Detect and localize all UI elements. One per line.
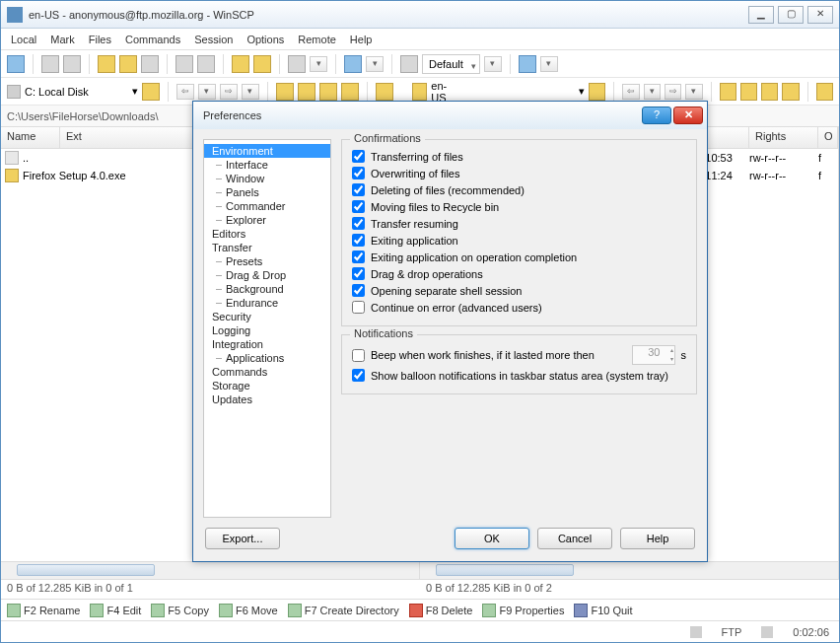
menu-local[interactable]: Local bbox=[11, 34, 36, 45]
menu-help[interactable]: Help bbox=[350, 34, 373, 45]
folder-icon[interactable] bbox=[720, 83, 736, 101]
column-name[interactable]: Name bbox=[1, 127, 60, 148]
toolbar-dropdown[interactable]: ▾ bbox=[310, 56, 327, 72]
toolbar-icon[interactable] bbox=[119, 55, 137, 73]
right-drive-combo[interactable]: en-US ▾ bbox=[412, 80, 585, 104]
checkbox[interactable] bbox=[352, 183, 365, 196]
menu-mark[interactable]: Mark bbox=[50, 34, 74, 45]
toolbar-icon[interactable] bbox=[41, 55, 59, 73]
tree-node-editors[interactable]: Editors bbox=[204, 227, 330, 241]
checkbox-row[interactable]: Exiting application on operation complet… bbox=[352, 249, 686, 265]
toolbar-icon[interactable] bbox=[253, 55, 271, 73]
toolbar-icon[interactable] bbox=[400, 55, 418, 73]
toolbar-icon[interactable] bbox=[197, 55, 215, 73]
checkbox[interactable] bbox=[352, 200, 365, 213]
queue-combo[interactable]: Default bbox=[422, 54, 480, 74]
back-button[interactable]: ⇦ bbox=[622, 84, 639, 100]
checkbox-row[interactable]: Continue on error (advanced users) bbox=[352, 299, 686, 316]
tree-node-transfer[interactable]: Transfer bbox=[204, 241, 330, 254]
export-button[interactable]: Export... bbox=[205, 528, 280, 549]
toolbar-icon[interactable] bbox=[288, 55, 306, 73]
toolbar-icon[interactable] bbox=[98, 55, 115, 73]
toolbar-icon[interactable] bbox=[232, 55, 249, 73]
toolbar-dropdown[interactable]: ▾ bbox=[484, 56, 502, 72]
tree-node-storage[interactable]: Storage bbox=[204, 379, 330, 393]
cancel-button[interactable]: Cancel bbox=[537, 528, 612, 549]
checkbox-row[interactable]: Deleting of files (recommended) bbox=[352, 181, 686, 198]
ok-button[interactable]: OK bbox=[455, 528, 529, 549]
fk-quit[interactable]: F10 Quit bbox=[574, 604, 632, 617]
toolbar-icon[interactable] bbox=[344, 55, 362, 73]
toolbar-icon[interactable] bbox=[175, 55, 193, 73]
find-icon[interactable] bbox=[816, 83, 833, 101]
checkbox[interactable] bbox=[352, 234, 365, 247]
fk-delete[interactable]: F8 Delete bbox=[409, 604, 473, 617]
tree-node-logging[interactable]: Logging bbox=[204, 323, 330, 337]
minimize-button[interactable]: ▁ bbox=[748, 6, 774, 24]
checkbox-row[interactable]: Transferring of files bbox=[352, 148, 686, 165]
left-drive-combo[interactable]: C: Local Disk ▾ bbox=[7, 85, 138, 99]
tree-node-applications[interactable]: Applications bbox=[204, 351, 330, 365]
refresh-icon[interactable] bbox=[782, 83, 799, 101]
checkbox[interactable] bbox=[352, 250, 365, 263]
tree-node-presets[interactable]: Presets bbox=[204, 254, 330, 268]
column-owner[interactable]: O bbox=[818, 127, 838, 148]
checkbox-row[interactable]: Moving files to Recycle bin bbox=[352, 198, 686, 215]
preferences-tree[interactable]: EnvironmentInterfaceWindowPanelsCommande… bbox=[203, 139, 331, 518]
checkbox-row[interactable]: Show balloon notifications in taskbar st… bbox=[352, 367, 686, 384]
nav-dropdown[interactable]: ▾ bbox=[685, 84, 702, 100]
folder-icon[interactable] bbox=[142, 83, 160, 101]
checkbox-row[interactable]: Opening separate shell session bbox=[352, 282, 686, 299]
beep-seconds-spinner[interactable]: 30 bbox=[632, 345, 675, 365]
checkbox[interactable] bbox=[352, 284, 365, 297]
checkbox-row[interactable]: Exiting application bbox=[352, 232, 686, 249]
checkbox-row[interactable]: Beep when work finishes, if it lasted mo… bbox=[352, 343, 686, 367]
fk-properties[interactable]: F9 Properties bbox=[482, 604, 564, 617]
folder-icon[interactable] bbox=[589, 83, 605, 101]
dialog-help-button[interactable]: ? bbox=[642, 107, 671, 124]
nav-dropdown[interactable]: ▾ bbox=[242, 84, 259, 100]
folder-icon[interactable] bbox=[276, 83, 294, 101]
tree-node-panels[interactable]: Panels bbox=[204, 185, 330, 199]
right-scrollbar[interactable] bbox=[420, 561, 838, 579]
checkbox[interactable] bbox=[352, 167, 365, 179]
back-button[interactable]: ⇦ bbox=[176, 84, 194, 100]
checkbox[interactable] bbox=[352, 150, 365, 163]
left-scrollbar[interactable] bbox=[1, 561, 419, 579]
tree-node-security[interactable]: Security bbox=[204, 310, 330, 323]
forward-button[interactable]: ⇨ bbox=[665, 84, 681, 100]
sync-icon[interactable] bbox=[376, 83, 393, 101]
column-rights[interactable]: Rights bbox=[749, 127, 818, 148]
fk-mkdir[interactable]: F7 Create Directory bbox=[288, 604, 399, 617]
refresh-icon[interactable] bbox=[341, 83, 359, 101]
fk-move[interactable]: F6 Move bbox=[219, 604, 278, 617]
home-icon[interactable] bbox=[319, 83, 337, 101]
tree-node-updates[interactable]: Updates bbox=[204, 393, 330, 406]
tree-node-window[interactable]: Window bbox=[204, 172, 330, 185]
fk-copy[interactable]: F5 Copy bbox=[151, 604, 209, 617]
nav-dropdown[interactable]: ▾ bbox=[198, 84, 216, 100]
menu-session[interactable]: Session bbox=[194, 34, 233, 45]
folder-icon[interactable] bbox=[298, 83, 315, 101]
tree-node-commands[interactable]: Commands bbox=[204, 365, 330, 379]
fk-rename[interactable]: F2 Rename bbox=[7, 604, 80, 617]
tree-node-commander[interactable]: Commander bbox=[204, 199, 330, 213]
checkbox[interactable] bbox=[352, 267, 365, 280]
tree-node-endurance[interactable]: Endurance bbox=[204, 296, 330, 310]
checkbox[interactable] bbox=[352, 301, 365, 314]
tree-node-explorer[interactable]: Explorer bbox=[204, 213, 330, 227]
checkbox-row[interactable]: Overwriting of files bbox=[352, 165, 686, 181]
close-button[interactable]: ✕ bbox=[807, 6, 833, 24]
folder-icon[interactable] bbox=[740, 83, 757, 101]
checkbox[interactable] bbox=[352, 349, 365, 362]
maximize-button[interactable]: ▢ bbox=[778, 6, 804, 24]
checkbox[interactable] bbox=[352, 217, 365, 230]
menu-files[interactable]: Files bbox=[89, 34, 111, 45]
nav-dropdown[interactable]: ▾ bbox=[644, 84, 661, 100]
tree-node-background[interactable]: Background bbox=[204, 282, 330, 296]
help-button[interactable]: Help bbox=[620, 528, 695, 549]
home-icon[interactable] bbox=[761, 83, 778, 101]
toolbar-icon[interactable] bbox=[519, 55, 536, 73]
tree-node-integration[interactable]: Integration bbox=[204, 337, 330, 351]
menu-options[interactable]: Options bbox=[246, 34, 284, 45]
